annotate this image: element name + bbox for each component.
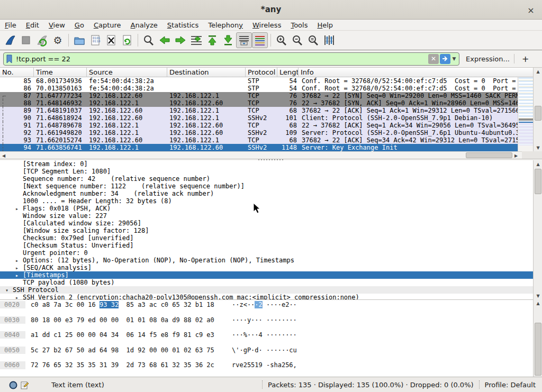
detail-row[interactable]: ▸Flags: 0x018 (PSH, ACK) bbox=[0, 205, 533, 212]
filter-bookmark-icon[interactable] bbox=[6, 54, 13, 63]
detail-row[interactable]: ▸SSH Version 2 (encryption:chacha20-poly… bbox=[0, 294, 533, 299]
expander-icon[interactable]: ▾ bbox=[5, 287, 13, 294]
apply-filter-icon[interactable] bbox=[440, 54, 450, 64]
status-profile[interactable]: Profile: Default bbox=[485, 381, 536, 389]
scroll-up-icon[interactable]: ▲ bbox=[534, 160, 542, 168]
display-filter-input[interactable]: !tcp.port == 22 ✕ ▼ bbox=[3, 52, 459, 66]
colorize-packets-icon[interactable] bbox=[252, 32, 268, 48]
packet-row[interactable]: 8771.647777234192.168.122.60192.168.122.… bbox=[0, 92, 518, 99]
detail-row[interactable]: TCP payload (1080 bytes) bbox=[0, 279, 533, 286]
hex-row[interactable]: 0020c0 a8 7a 3c 00 16 93 32 85 a3 ac c0 … bbox=[0, 301, 533, 308]
detail-row[interactable]: ▸[SEQ/ACK analysis] bbox=[0, 264, 533, 271]
detail-row[interactable]: 1000 .... = Header Length: 32 bytes (8) bbox=[0, 197, 533, 205]
expander-icon[interactable]: ▸ bbox=[15, 294, 23, 299]
menu-view[interactable]: View bbox=[44, 21, 70, 30]
scroll-thumb[interactable] bbox=[466, 152, 512, 158]
packet-row[interactable]: 8871.648146932192.168.122.1192.168.122.6… bbox=[0, 99, 518, 107]
detail-row[interactable]: [TCP Segment Len: 1080] bbox=[0, 168, 533, 175]
hex-row[interactable]: 003080 18 00 e3 79 ed 00 00 01 01 08 0a … bbox=[0, 316, 533, 324]
hex-row[interactable]: 0040a1 dd c1 25 00 00 04 34 06 14 f5 e8 … bbox=[0, 331, 533, 339]
scroll-thumb[interactable] bbox=[535, 169, 541, 194]
find-packet-icon[interactable] bbox=[141, 32, 157, 48]
menu-help[interactable]: Help bbox=[312, 21, 338, 30]
packet-row[interactable]: 9371.662015274192.168.122.60192.168.122.… bbox=[0, 136, 518, 144]
packet-row[interactable]: 8971.648191037192.168.122.60192.168.122.… bbox=[0, 107, 518, 114]
detail-row[interactable]: Sequence number: 42 (relative sequence n… bbox=[0, 175, 533, 183]
packet-list-minimap[interactable] bbox=[518, 77, 533, 151]
menu-edit[interactable]: Edit bbox=[21, 21, 44, 30]
expander-icon[interactable]: ▸ bbox=[15, 205, 23, 213]
detail-row[interactable]: Checksum: 0x79ed [unverified] bbox=[0, 234, 533, 242]
packet-list-vscrollbar[interactable]: ▲ ▼ bbox=[533, 68, 542, 151]
menu-wireless[interactable]: Wireless bbox=[248, 21, 286, 30]
go-forward-icon[interactable] bbox=[173, 32, 188, 48]
zoom-out-icon[interactable] bbox=[290, 32, 305, 48]
detail-row[interactable]: ▸[Timestamps] bbox=[0, 271, 533, 279]
detail-row[interactable]: [Next sequence number: 1122 (relative se… bbox=[0, 183, 533, 190]
filter-history-icon[interactable]: ▼ bbox=[450, 56, 458, 61]
start-capture-icon[interactable] bbox=[2, 32, 18, 48]
open-file-icon[interactable] bbox=[71, 32, 87, 48]
capture-comment-icon[interactable] bbox=[21, 381, 29, 389]
scroll-right-icon[interactable]: ▶ bbox=[512, 152, 520, 159]
col-destination[interactable]: Destination bbox=[167, 68, 246, 77]
add-filter-button[interactable]: + bbox=[519, 54, 532, 64]
go-to-packet-icon[interactable] bbox=[188, 32, 204, 48]
packet-row[interactable]: 8670.013850163fe:54:00:d4:38:2aSTP54Conf… bbox=[0, 85, 518, 92]
hex-vscrollbar[interactable]: ▲ bbox=[533, 299, 542, 377]
col-length[interactable]: Length bbox=[277, 68, 299, 77]
col-info[interactable]: Info bbox=[299, 68, 533, 77]
detail-vscrollbar[interactable]: ▲ ▼ bbox=[533, 160, 542, 299]
menu-statistics[interactable]: Statistics bbox=[162, 21, 203, 30]
menu-telephony[interactable]: Telephony bbox=[203, 21, 248, 30]
scroll-left-icon[interactable]: ◀ bbox=[0, 152, 7, 159]
hex-row[interactable]: 006072 76 65 32 35 35 31 39 2d 73 68 61 … bbox=[0, 361, 533, 369]
save-file-icon[interactable]: 01010110 bbox=[87, 32, 103, 48]
packet-row[interactable]: 9071.648618924192.168.122.60192.168.122.… bbox=[0, 114, 518, 122]
col-time[interactable]: Time bbox=[34, 68, 87, 77]
detail-row[interactable]: Urgent pointer: 0 bbox=[0, 249, 533, 257]
packet-row[interactable]: 9271.661949820192.168.122.1192.168.122.6… bbox=[0, 129, 518, 136]
detail-row[interactable]: [Calculated window size: 29056] bbox=[0, 220, 533, 227]
expander-icon[interactable]: ▸ bbox=[15, 265, 23, 272]
expander-icon[interactable]: ▸ bbox=[15, 272, 23, 279]
expression-button[interactable]: Expression... bbox=[466, 55, 510, 63]
expert-info-icon[interactable] bbox=[9, 381, 17, 389]
menu-file[interactable]: File bbox=[0, 21, 21, 30]
scroll-thumb[interactable] bbox=[535, 323, 541, 376]
close-window-icon[interactable]: × bbox=[525, 4, 537, 16]
packet-list-hscrollbar[interactable]: ◀ ▶ bbox=[0, 151, 522, 159]
scroll-up-icon[interactable]: ▲ bbox=[534, 299, 542, 307]
col-source[interactable]: Source bbox=[87, 68, 167, 77]
resize-columns-icon[interactable] bbox=[321, 32, 337, 48]
clear-filter-icon[interactable]: ✕ bbox=[428, 54, 439, 64]
reload-file-icon[interactable] bbox=[119, 32, 135, 48]
detail-row[interactable]: Acknowledgment number: 34 (relative ack … bbox=[0, 190, 533, 197]
col-no[interactable]: No. bbox=[0, 68, 34, 77]
packet-row[interactable]: 9471.663856741192.168.122.1192.168.122.6… bbox=[0, 144, 518, 151]
zoom-in-icon[interactable] bbox=[274, 32, 290, 48]
restart-capture-icon[interactable] bbox=[34, 32, 50, 48]
scroll-up-icon[interactable]: ▲ bbox=[534, 68, 542, 75]
menu-go[interactable]: Go bbox=[70, 21, 89, 30]
detail-row[interactable]: [Window size scaling factor: 128] bbox=[0, 227, 533, 234]
col-protocol[interactable]: Protocol bbox=[246, 68, 277, 77]
scroll-thumb[interactable] bbox=[535, 106, 541, 121]
capture-options-icon[interactable]: ⚙ bbox=[50, 32, 66, 48]
auto-scroll-icon[interactable] bbox=[236, 32, 252, 48]
detail-row[interactable]: [Checksum Status: Unverified] bbox=[0, 242, 533, 249]
packet-row[interactable]: 8568.001734936fe:54:00:d4:38:2aSTP54Conf… bbox=[0, 77, 518, 85]
stop-capture-icon[interactable] bbox=[18, 32, 34, 48]
expander-icon[interactable]: ▸ bbox=[15, 257, 23, 265]
detail-row[interactable]: ▾SSH Protocol bbox=[0, 286, 533, 294]
go-last-packet-icon[interactable] bbox=[220, 32, 236, 48]
scroll-down-icon[interactable]: ▼ bbox=[534, 144, 542, 151]
menu-capture[interactable]: Capture bbox=[89, 21, 126, 30]
detail-row[interactable]: Window size value: 227 bbox=[0, 212, 533, 220]
zoom-original-icon[interactable] bbox=[305, 32, 321, 48]
hex-row[interactable]: 00505c 27 b2 67 50 ad 64 98 1d 92 00 00 … bbox=[0, 347, 533, 354]
packet-row[interactable]: 9171.648789678192.168.122.1192.168.122.6… bbox=[0, 122, 518, 129]
scroll-down-icon[interactable]: ▼ bbox=[534, 292, 542, 299]
menu-tools[interactable]: Tools bbox=[286, 21, 312, 30]
detail-row[interactable]: [Stream index: 0] bbox=[0, 160, 533, 168]
